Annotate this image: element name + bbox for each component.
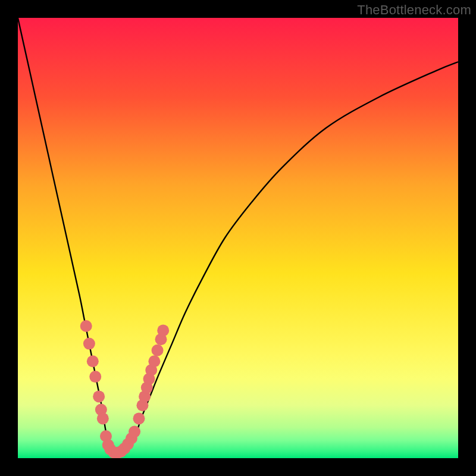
gradient-background: [18, 18, 458, 458]
marker-point: [97, 412, 109, 424]
marker-point: [133, 412, 145, 424]
marker-point: [152, 345, 164, 356]
marker-point: [148, 355, 160, 367]
plot-area: [18, 18, 458, 458]
marker-point: [87, 355, 99, 367]
chart-svg: [18, 18, 458, 458]
marker-point: [89, 371, 101, 383]
marker-point: [157, 324, 169, 336]
marker-point: [80, 320, 92, 332]
marker-point: [83, 338, 95, 350]
marker-point: [129, 426, 140, 438]
watermark-text: TheBottleneck.com: [357, 2, 471, 18]
marker-point: [93, 390, 105, 402]
chart-container: TheBottleneck.com: [0, 0, 476, 476]
